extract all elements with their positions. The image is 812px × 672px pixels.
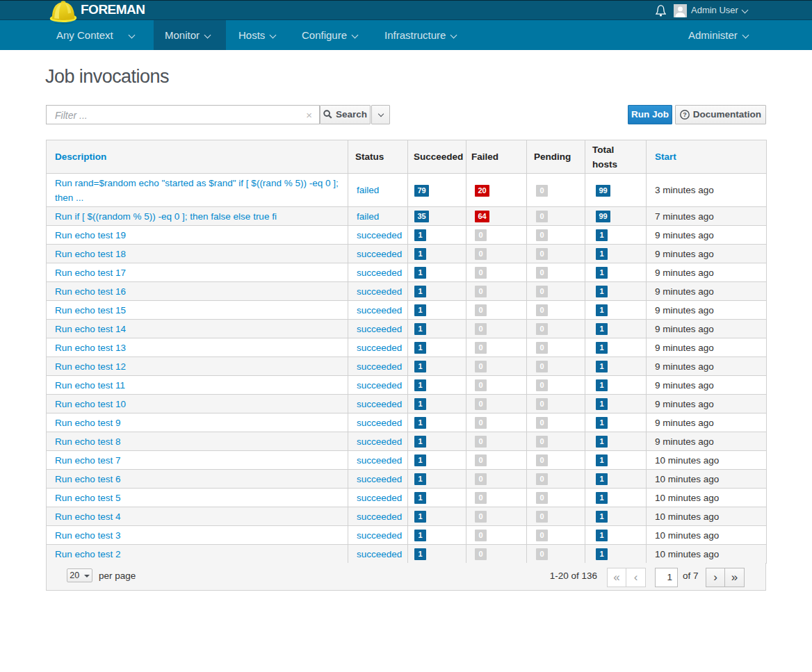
- svg-text:?: ?: [683, 111, 687, 118]
